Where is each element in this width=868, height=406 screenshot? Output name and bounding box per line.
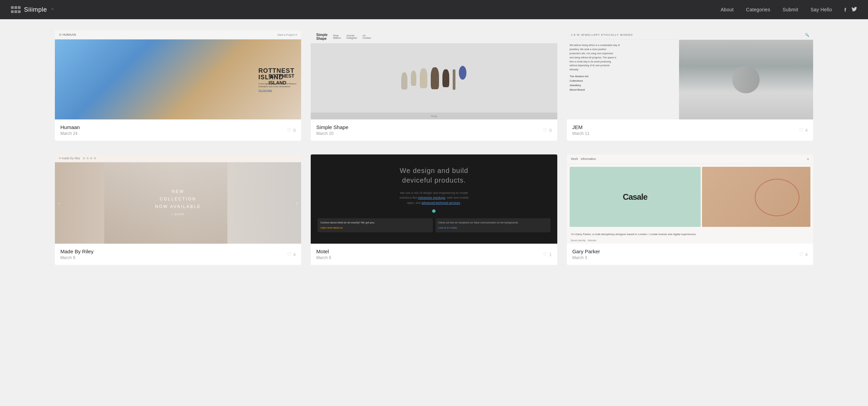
svg-rect-1 bbox=[14, 6, 17, 9]
garyparker-likes[interactable]: ♡ 4 bbox=[799, 252, 808, 257]
humaan-body: ROTTNESTISLAND A new digital presence fo… bbox=[55, 39, 301, 119]
thumbnail-humaan: ⊙ HUMAAN Start a Project ≡ ROTTNESTISLAN… bbox=[55, 30, 301, 119]
logo-link[interactable]: Siiimple™ bbox=[11, 6, 721, 13]
simpleshape-title: Simple Shape bbox=[316, 124, 348, 130]
humaan-logo-text: ⊙ HUMAAN bbox=[59, 33, 76, 36]
card-jem[interactable]: J·E·M JEWELLERY ETHICALLY MINDED 🔍 We be… bbox=[567, 30, 813, 141]
madebyriley-header: ≡ made by riley ⊕ ⊕ ⊕ ⊕ bbox=[55, 154, 301, 162]
garyparker-footer: Gary Parker March 3 ♡ 4 bbox=[567, 244, 813, 265]
garyparker-info: Gary Parker March 3 bbox=[572, 248, 600, 260]
jem-likes[interactable]: ♡ 4 bbox=[799, 127, 808, 133]
card-grid: ⊙ HUMAAN Start a Project ≡ ROTTNESTISLAN… bbox=[55, 30, 813, 265]
humaan-likes[interactable]: ♡ 0 bbox=[287, 127, 296, 133]
garyparker-casale: Casale bbox=[570, 167, 701, 227]
thumbnail-garyparker: Work Information ≡ Casale I'm Garry Park… bbox=[567, 154, 813, 244]
motel-sub-text: We use a mix of design and engineering t… bbox=[396, 190, 472, 205]
simpleshape-date: March 20 bbox=[316, 131, 348, 136]
nav-links: About Categories Submit Say Hello bbox=[721, 7, 832, 12]
jem-date: March 11 bbox=[572, 131, 590, 136]
thumbnail-jem: J·E·M JEWELLERY ETHICALLY MINDED 🔍 We be… bbox=[567, 30, 813, 119]
jem-likes-count: 4 bbox=[805, 128, 808, 133]
motel-link-2[interactable]: Look at it in detail. bbox=[438, 227, 457, 229]
simpleshape-info: Simple Shape March 20 bbox=[316, 124, 348, 136]
garyparker-bio: I'm Garry Parker, a multi-disciplinary d… bbox=[567, 230, 813, 239]
motel-likes[interactable]: ♡ 1 bbox=[543, 252, 551, 257]
svg-rect-0 bbox=[11, 6, 14, 9]
motel-card-1: Curious about what we do exactly? We got… bbox=[318, 218, 432, 232]
simpleshape-header: SimpleShape ShopMakers JournalInstagram … bbox=[311, 30, 557, 44]
heart-icon-humaan: ♡ bbox=[287, 127, 292, 133]
navbar: Siiimple™ About Categories Submit Say He… bbox=[0, 0, 868, 19]
humaan-footer: Humaan March 24 ♡ 0 bbox=[55, 119, 301, 141]
madebyriley-body: ‹ NEWCOLLECTIONNOW AVAILABLE / SHOP › bbox=[55, 162, 301, 244]
madebyriley-likes-count: 4 bbox=[293, 252, 296, 257]
garyparker-date: March 3 bbox=[572, 255, 600, 260]
jem-info: JEM March 11 bbox=[572, 124, 590, 136]
svg-rect-4 bbox=[14, 10, 17, 13]
heart-icon-madebyriley: ♡ bbox=[287, 252, 292, 257]
madebyriley-info: Made By Riley March 9 bbox=[60, 248, 94, 260]
humaan-likes-count: 0 bbox=[293, 128, 296, 133]
motel-date: March 6 bbox=[316, 255, 331, 260]
motel-chat-cards: Curious about what we do exactly? We got… bbox=[318, 218, 550, 232]
svg-rect-5 bbox=[18, 10, 21, 13]
garyparker-images: Casale bbox=[567, 164, 813, 230]
jem-footer: JEM March 11 ♡ 4 bbox=[567, 119, 813, 141]
motel-title-text: We design and builddeviceful products. bbox=[400, 166, 468, 185]
jem-title: JEM bbox=[572, 124, 590, 130]
heart-icon-simpleshape: ♡ bbox=[543, 127, 547, 133]
heart-icon-garyparker: ♡ bbox=[799, 252, 804, 257]
motel-dot bbox=[432, 209, 436, 213]
humaan-header: ⊙ HUMAAN Start a Project ≡ bbox=[55, 30, 301, 39]
motel-likes-count: 1 bbox=[549, 252, 551, 257]
motel-title: Motel bbox=[316, 248, 331, 254]
card-madebyriley[interactable]: ≡ made by riley ⊕ ⊕ ⊕ ⊕ ‹ NEWCOLLECTIONN… bbox=[55, 154, 301, 265]
nav-submit[interactable]: Submit bbox=[783, 7, 798, 12]
garyparker-meta: Brand Identity Website bbox=[567, 239, 813, 244]
madebyriley-likes[interactable]: ♡ 4 bbox=[287, 252, 296, 257]
card-garyparker[interactable]: Work Information ≡ Casale I'm Garry Park… bbox=[567, 154, 813, 265]
facebook-link[interactable]: f bbox=[844, 7, 846, 13]
simpleshape-likes-count: 0 bbox=[549, 128, 551, 133]
humaan-info: Humaan March 24 bbox=[60, 124, 80, 136]
nav-social: f bbox=[844, 7, 857, 13]
simpleshape-footer-nav: Shop bbox=[311, 113, 557, 119]
heart-icon-jem: ♡ bbox=[799, 127, 804, 133]
motel-card-2: Check out how we visualized our Slack co… bbox=[436, 218, 550, 232]
thumbnail-madebyriley: ≡ made by riley ⊕ ⊕ ⊕ ⊕ ‹ NEWCOLLECTIONN… bbox=[55, 154, 301, 244]
thumbnail-motel: We design and builddeviceful products. W… bbox=[311, 154, 557, 244]
nav-categories[interactable]: Categories bbox=[746, 7, 770, 12]
nav-about[interactable]: About bbox=[721, 7, 734, 12]
madebyriley-footer: Made By Riley March 9 ♡ 4 bbox=[55, 244, 301, 265]
card-humaan[interactable]: ⊙ HUMAAN Start a Project ≡ ROTTNESTISLAN… bbox=[55, 30, 301, 141]
humaan-date: March 24 bbox=[60, 131, 80, 136]
humaan-nav: Start a Project ≡ bbox=[277, 33, 297, 36]
main-content: ⊙ HUMAAN Start a Project ≡ ROTTNESTISLAN… bbox=[0, 19, 868, 276]
twitter-link[interactable] bbox=[852, 7, 857, 13]
madebyriley-title: Made By Riley bbox=[60, 248, 94, 254]
garyparker-likes-count: 4 bbox=[805, 252, 808, 257]
jem-left: We believe doing ethics in a sustainable… bbox=[567, 40, 678, 119]
svg-rect-3 bbox=[11, 10, 14, 13]
card-simpleshape[interactable]: SimpleShape ShopMakers JournalInstagram … bbox=[311, 30, 557, 141]
madebyriley-date: March 9 bbox=[60, 255, 94, 260]
garyparker-bag bbox=[702, 167, 810, 227]
garyparker-header: Work Information ≡ bbox=[567, 154, 813, 164]
madebyriley-text: NEWCOLLECTIONNOW AVAILABLE / SHOP bbox=[155, 188, 201, 218]
card-motel[interactable]: We design and builddeviceful products. W… bbox=[311, 154, 557, 265]
motel-info: Motel March 6 bbox=[316, 248, 331, 260]
jem-body: We believe doing ethics in a sustainable… bbox=[567, 40, 813, 119]
logo-tm: ™ bbox=[51, 8, 54, 11]
motel-link-1[interactable]: Learn more about us bbox=[320, 227, 343, 229]
simpleshape-body bbox=[311, 44, 557, 113]
garyparker-title: Gary Parker bbox=[572, 248, 600, 254]
humaan-title: Humaan bbox=[60, 124, 80, 130]
jem-right bbox=[679, 40, 813, 119]
simpleshape-likes[interactable]: ♡ 0 bbox=[543, 127, 551, 133]
logo-text: Siiimple bbox=[24, 6, 47, 13]
nav-sayhello[interactable]: Say Hello bbox=[810, 7, 832, 12]
motel-footer: Motel March 6 ♡ 1 bbox=[311, 244, 557, 265]
jem-header: J·E·M JEWELLERY ETHICALLY MINDED 🔍 bbox=[567, 30, 813, 40]
thumbnail-simpleshape: SimpleShape ShopMakers JournalInstagram … bbox=[311, 30, 557, 119]
simpleshape-footer: Simple Shape March 20 ♡ 0 bbox=[311, 119, 557, 141]
